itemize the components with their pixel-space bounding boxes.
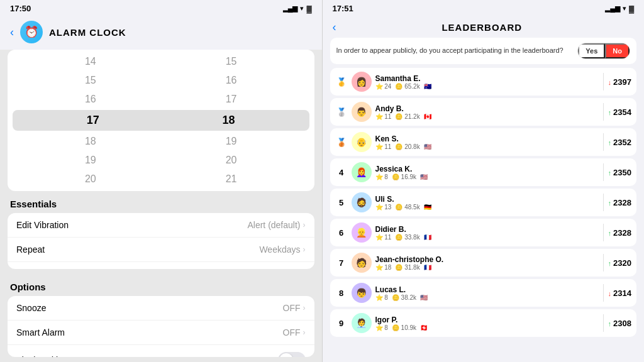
lb-name: Jessica K.: [375, 165, 600, 173]
yes-button[interactable]: Yes: [578, 43, 605, 58]
leaderboard-row[interactable]: 7🧑Jean-christophe O.⭐ 18 🪙 31.8k 🇫🇷↑ 232…: [330, 249, 637, 277]
flag-icon: 🇫🇷: [424, 234, 431, 241]
cal-18-selected[interactable]: 18: [219, 111, 239, 129]
bedtime-toggle[interactable]: [278, 352, 306, 357]
leaderboard-list: 🥇👩Samantha E.⭐ 24 🪙 65.2k 🇦🇺↓ 2397🥈👨Andy…: [323, 68, 645, 362]
lb-info: Jean-christophe O.⭐ 18 🪙 31.8k 🇫🇷: [375, 255, 600, 271]
avatar-emoji: 👩: [352, 72, 372, 92]
cal-14[interactable]: 14: [80, 53, 101, 70]
coin-icon: 🪙 10.9k: [392, 324, 416, 331]
leaderboard-row[interactable]: 🥉👴Ken S.⭐ 11 🪙 20.8k 🇺🇸↑ 2352: [330, 128, 637, 156]
cal-20[interactable]: 20: [80, 171, 101, 187]
avatar-emoji: 🧑‍💼: [352, 313, 372, 333]
lb-score: ↑ 2354: [608, 107, 631, 117]
lb-name: Andy B.: [375, 104, 600, 113]
cal-15[interactable]: 15: [80, 72, 101, 89]
row-divider: [603, 284, 604, 302]
cal-18[interactable]: 18: [80, 133, 101, 150]
lb-score: ↑ 2328: [608, 228, 631, 238]
flag-icon: 🇨🇭: [420, 324, 428, 331]
repeat-label: Repeat: [16, 244, 45, 255]
avatar: 👴: [352, 132, 372, 152]
rank-cell: 9: [335, 319, 348, 328]
lb-name: Lucas L.: [375, 285, 600, 294]
bedtime-toggle-thumb: [279, 353, 293, 357]
participation-banner: In order to appear publicly, do you acce…: [330, 38, 637, 64]
star-icon: ⭐ 8: [375, 173, 388, 180]
snooze-value: OFF ›: [283, 303, 306, 313]
lb-score: ↑ 2308: [608, 319, 631, 328]
participation-text: In order to appear publicly, do you acce…: [336, 46, 573, 55]
avatar: 🧔: [352, 192, 372, 212]
lb-stats: ⭐ 8 🪙 16.9k 🇺🇸: [375, 173, 600, 180]
smart-alarm-row[interactable]: Smart Alarm OFF ›: [8, 321, 314, 345]
flag-icon: 🇫🇷: [424, 264, 431, 271]
calendar-row-selected[interactable]: 17 18: [13, 110, 309, 131]
leaderboard-row[interactable]: 8👦Lucas L.⭐ 8 🪙 38.2k 🇺🇸↓ 2314: [330, 279, 637, 307]
cal-20-right[interactable]: 20: [221, 152, 242, 168]
row-divider: [603, 163, 604, 181]
leaderboard-row[interactable]: 6👱Didier B.⭐ 11 🪙 33.8k 🇫🇷↑ 2328: [330, 219, 637, 246]
row-divider: [603, 314, 604, 332]
left-status-time: 17:50: [10, 4, 31, 13]
coin-icon: 🪙 21.2k: [395, 113, 419, 120]
edit-vibration-row[interactable]: Edit Vibration Alert (default) ›: [8, 213, 314, 238]
cal-16[interactable]: 16: [80, 91, 101, 107]
snooze-row[interactable]: Snooze OFF ›: [8, 296, 314, 321]
leaderboard-header: ‹ LEADERBOARD: [323, 16, 645, 38]
lb-name: Uli S.: [375, 195, 600, 204]
alarm-header: ‹ ⏰ ALARM CLOCK: [0, 16, 322, 50]
wifi-icon: ▾: [300, 4, 304, 13]
rank-cell: 🥉: [335, 138, 348, 147]
lb-info: Uli S.⭐ 13 🪙 48.5k 🇩🇪: [375, 195, 600, 211]
snooze-label: Snooze: [16, 303, 46, 313]
left-status-bar: 17:50 ▂▄▆ ▾ ▓: [0, 0, 322, 16]
cal-15-right[interactable]: 15: [221, 53, 242, 70]
flag-icon: 🇨🇦: [424, 113, 431, 120]
lb-back-button[interactable]: ‹: [333, 21, 336, 34]
cal-17-right[interactable]: 17: [221, 91, 242, 107]
flag-icon: 🇺🇸: [420, 294, 428, 301]
leaderboard-panel: 17:51 ▂▄▆ ▾ ▓ ‹ LEADERBOARD In order to …: [323, 0, 645, 362]
cal-19-right[interactable]: 19: [221, 133, 242, 150]
right-status-icons: ▂▄▆ ▾ ▓: [605, 4, 634, 13]
lb-stats: ⭐ 8 🪙 38.2k 🇺🇸: [375, 294, 600, 301]
left-status-icons: ▂▄▆ ▾ ▓: [283, 4, 312, 13]
calendar-row-3: 16 17: [8, 90, 314, 109]
cal-19[interactable]: 19: [80, 152, 101, 168]
row-divider: [603, 224, 604, 241]
label-row[interactable]: Label Alarm 2 ›: [8, 262, 314, 269]
cal-16-right[interactable]: 16: [221, 72, 242, 89]
repeat-row[interactable]: Repeat Weekdays ›: [8, 238, 314, 262]
lb-info: Ken S.⭐ 11 🪙 20.8k 🇺🇸: [375, 134, 600, 150]
avatar-emoji: 🧔: [352, 192, 372, 212]
leaderboard-row[interactable]: 9🧑‍💼Igor P.⭐ 8 🪙 10.9k 🇨🇭↑ 2308: [330, 309, 637, 337]
lb-info: Igor P.⭐ 8 🪙 10.9k 🇨🇭: [375, 315, 600, 331]
rank-cell: 🥇: [335, 77, 348, 87]
rank-cell: 🥈: [335, 107, 348, 117]
coin-icon: 🪙 48.5k: [395, 204, 419, 211]
calendar-row-7: 20 21: [8, 170, 314, 189]
leaderboard-row[interactable]: 4👩‍🦰Jessica K.⭐ 8 🪙 16.9k 🇺🇸↑ 2350: [330, 158, 637, 186]
leaderboard-row[interactable]: 5🧔Uli S.⭐ 13 🪙 48.5k 🇩🇪↑ 2328: [330, 189, 637, 216]
right-battery-icon: ▓: [629, 5, 634, 13]
smart-alarm-value: OFF ›: [283, 327, 306, 337]
vibration-chevron: ›: [303, 221, 306, 229]
no-button[interactable]: No: [605, 43, 630, 58]
lb-stats: ⭐ 11 🪙 20.8k 🇺🇸: [375, 143, 600, 150]
back-button[interactable]: ‹: [10, 26, 14, 39]
leaderboard-row[interactable]: 🥇👩Samantha E.⭐ 24 🪙 65.2k 🇦🇺↓ 2397: [330, 68, 637, 96]
cal-17-selected[interactable]: 17: [83, 111, 103, 129]
star-icon: ⭐ 8: [375, 294, 388, 301]
coin-icon: 🪙 20.8k: [395, 143, 419, 150]
calendar-row-2: 15 16: [8, 71, 314, 90]
snooze-chevron: ›: [303, 304, 306, 312]
leaderboard-row[interactable]: 🥈👨Andy B.⭐ 11 🪙 21.2k 🇨🇦↑ 2354: [330, 98, 637, 126]
row-divider: [603, 194, 604, 211]
lb-info: Andy B.⭐ 11 🪙 21.2k 🇨🇦: [375, 104, 600, 120]
calendar-row-1: 14 15: [8, 52, 314, 71]
vibration-value-text: Alert (default): [247, 220, 300, 230]
cal-21[interactable]: 21: [221, 171, 242, 187]
avatar: 👩‍🦰: [352, 162, 372, 182]
calendar-row-6: 19 20: [8, 151, 314, 170]
